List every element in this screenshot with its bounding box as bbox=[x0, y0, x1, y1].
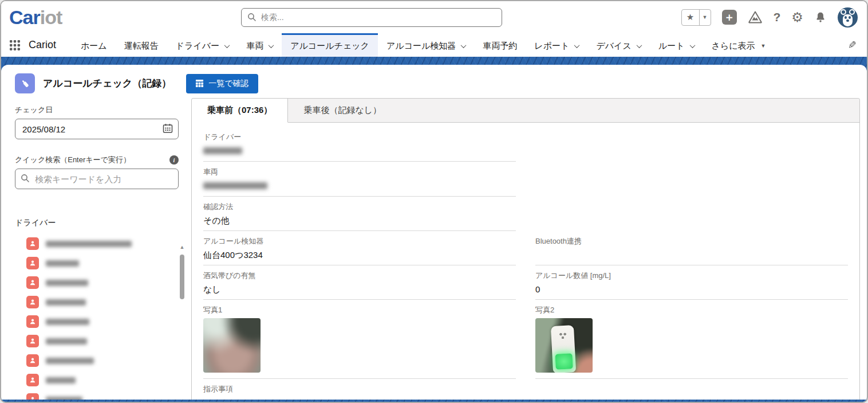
quick-search-label: クイック検索（Enterキーで実行） bbox=[15, 155, 131, 165]
driver-list-item[interactable] bbox=[15, 234, 179, 253]
masked-driver-name bbox=[46, 319, 89, 325]
quick-search-input[interactable] bbox=[15, 169, 179, 189]
search-icon bbox=[247, 13, 257, 22]
field-cell: 確認方法その他 bbox=[203, 202, 516, 231]
nav-tab-label: アルコール検知器 bbox=[386, 41, 456, 52]
edit-nav-pencil-icon[interactable]: ✎ bbox=[848, 39, 857, 52]
themed-background-band: アルコールチェック（記録） 一覧で確認 チェック日 bbox=[1, 57, 867, 402]
chevron-down-icon bbox=[461, 42, 467, 48]
logo-text-primary: Car bbox=[9, 6, 40, 28]
nav-tab[interactable]: 運転報告 bbox=[116, 33, 167, 57]
nav-tab[interactable]: デバイス bbox=[587, 33, 649, 57]
photo2-thumbnail[interactable] bbox=[535, 318, 593, 373]
favorites-star-icon[interactable]: ★ bbox=[682, 10, 699, 25]
contact-icon bbox=[26, 374, 39, 386]
nav-tab[interactable]: アルコール検知器 bbox=[378, 33, 474, 57]
chevron-down-icon bbox=[224, 42, 230, 48]
field-label: 酒気帯びの有無 bbox=[203, 271, 516, 281]
field-row: 写真1写真2 bbox=[203, 305, 848, 384]
field-cell: アルコール数値 [mg/L]0 bbox=[535, 271, 848, 300]
cariot-logo: Cariot bbox=[9, 6, 62, 29]
app-launcher-icon[interactable] bbox=[9, 40, 21, 51]
contact-icon bbox=[26, 237, 39, 250]
chevron-down-icon bbox=[574, 42, 580, 48]
nav-tab[interactable]: 車両予約 bbox=[474, 33, 526, 57]
alcohol-check-object-icon bbox=[15, 73, 35, 93]
scrollbar-thumb[interactable] bbox=[180, 255, 184, 299]
field-row: ドライバー bbox=[203, 132, 848, 167]
field-cell: ドライバー bbox=[203, 132, 516, 162]
record-tab-strip: 乗車前（07:36）乗車後（記録なし） bbox=[192, 99, 859, 123]
nav-tab[interactable]: アルコールチェック bbox=[282, 33, 378, 57]
record-tab[interactable]: 乗車後（記録なし） bbox=[288, 99, 397, 122]
nav-tab[interactable]: ホーム bbox=[72, 33, 116, 57]
contact-icon bbox=[26, 257, 39, 269]
field-value: 0 bbox=[535, 283, 848, 296]
field-label: ドライバー bbox=[203, 132, 516, 142]
nav-tab[interactable]: ルート bbox=[650, 33, 703, 57]
masked-text bbox=[203, 182, 267, 189]
nav-tab-label: ルート bbox=[658, 41, 685, 52]
trailhead-icon[interactable] bbox=[748, 10, 763, 24]
field-row: 酒気帯びの有無なしアルコール数値 [mg/L]0 bbox=[203, 271, 848, 305]
nav-tab-label: 車両 bbox=[246, 41, 263, 52]
quick-search-field bbox=[15, 169, 179, 189]
masked-driver-name bbox=[46, 241, 132, 247]
view-list-button[interactable]: 一覧で確認 bbox=[186, 74, 258, 93]
field-row: 車両 bbox=[203, 167, 848, 202]
favorites-dropdown-icon[interactable]: ▼ bbox=[699, 10, 711, 25]
calendar-icon[interactable] bbox=[163, 123, 173, 134]
field-cell: 指示事項 bbox=[203, 384, 516, 400]
empty-cell bbox=[535, 132, 848, 162]
scrollbar-up-icon[interactable]: ▲ bbox=[179, 244, 186, 250]
nav-tab[interactable]: 車両 bbox=[238, 33, 282, 57]
contact-icon bbox=[26, 354, 39, 367]
masked-driver-name bbox=[46, 377, 76, 384]
driver-list-item[interactable] bbox=[15, 292, 179, 312]
page-card: アルコールチェック（記録） 一覧で確認 チェック日 bbox=[1, 65, 867, 400]
bell-icon[interactable] bbox=[814, 10, 827, 24]
masked-driver-name bbox=[46, 299, 86, 306]
filter-sidebar: チェック日 クイック検索（Enterキーで実行） i bbox=[15, 98, 179, 400]
global-search-input[interactable] bbox=[241, 8, 502, 27]
quick-search-label-row: クイック検索（Enterキーで実行） i bbox=[15, 155, 179, 165]
app-window: Cariot ★ ▼ ＋ ? ⚙ bbox=[0, 0, 868, 403]
record-panel: 乗車前（07:36）乗車後（記録なし） ドライバー車両確認方法その他アルコール検… bbox=[191, 98, 860, 400]
chevron-down-icon bbox=[689, 42, 695, 48]
content-row: チェック日 クイック検索（Enterキーで実行） i bbox=[1, 98, 867, 400]
app-nav-bar: Cariot ホーム運転報告ドライバー車両アルコールチェックアルコール検知器車両… bbox=[1, 33, 867, 57]
global-header-icons: ★ ▼ ＋ ? ⚙ bbox=[681, 7, 858, 28]
photo1-thumbnail[interactable] bbox=[203, 318, 261, 373]
driver-list-item[interactable] bbox=[15, 273, 179, 292]
info-icon[interactable]: i bbox=[169, 155, 179, 165]
drivers-list-header: ドライバー bbox=[15, 218, 179, 228]
gear-icon[interactable]: ⚙ bbox=[791, 10, 803, 25]
driver-list-item[interactable] bbox=[15, 331, 179, 351]
field-cell: Bluetooth連携 bbox=[535, 236, 848, 265]
driver-list-item[interactable] bbox=[15, 312, 179, 331]
record-tab[interactable]: 乗車前（07:36） bbox=[192, 99, 288, 123]
nav-tab[interactable]: レポート bbox=[526, 33, 587, 57]
add-icon[interactable]: ＋ bbox=[722, 10, 737, 25]
field-row: 指示事項 bbox=[203, 384, 848, 400]
field-label: アルコール数値 [mg/L] bbox=[535, 271, 848, 281]
nav-tab[interactable]: さらに表示▼ bbox=[703, 33, 775, 57]
nav-tab[interactable]: ドライバー bbox=[167, 33, 238, 57]
driver-list-item[interactable] bbox=[15, 351, 179, 370]
current-app-name: Cariot bbox=[29, 39, 56, 51]
logo-text-secondary: iot bbox=[40, 6, 62, 28]
nav-tab-label: デバイス bbox=[596, 41, 631, 52]
table-grid-icon bbox=[195, 79, 204, 88]
driver-list-item[interactable] bbox=[15, 390, 179, 400]
help-icon[interactable]: ? bbox=[774, 10, 781, 24]
caret-down-icon: ▼ bbox=[761, 43, 766, 49]
field-value: 仙台400つ3234 bbox=[203, 249, 516, 261]
field-value bbox=[203, 397, 516, 400]
user-avatar[interactable] bbox=[838, 7, 858, 28]
field-value bbox=[203, 144, 516, 158]
check-date-input[interactable] bbox=[15, 119, 179, 139]
driver-list-item[interactable] bbox=[15, 253, 179, 273]
driver-list-item[interactable] bbox=[15, 370, 179, 390]
masked-text bbox=[203, 147, 242, 154]
masked-driver-name bbox=[46, 280, 88, 286]
